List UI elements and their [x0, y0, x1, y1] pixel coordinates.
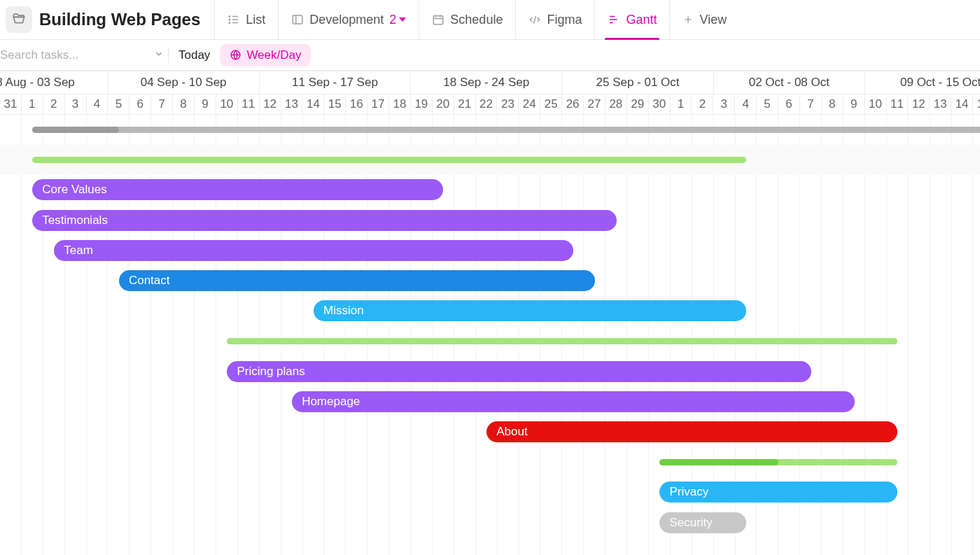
- tab-schedule[interactable]: Schedule: [419, 0, 515, 39]
- timeline-day: 15: [973, 94, 980, 114]
- tab-badge[interactable]: 2: [389, 13, 406, 27]
- timeline-day: 5: [757, 94, 778, 114]
- gantt-task-label: Privacy: [669, 485, 708, 499]
- gantt-task-label: Mission: [323, 304, 364, 318]
- list-icon: [227, 13, 240, 26]
- tab-list[interactable]: List: [214, 0, 278, 39]
- tab-badge-count: 2: [389, 13, 396, 27]
- gantt-group-bar[interactable]: [32, 127, 980, 133]
- timeline-day: 3: [713, 94, 735, 114]
- gantt-task-bar[interactable]: Privacy: [659, 482, 897, 503]
- chevron-down-icon[interactable]: [154, 48, 164, 62]
- timeline-day: 6: [778, 94, 800, 114]
- tab-add-view[interactable]: View: [669, 0, 739, 39]
- gantt-task-label: Core Values: [42, 183, 106, 197]
- view-tabs: List Development 2 Schedule Figma: [214, 0, 739, 39]
- gantt-task-label: Team: [64, 244, 93, 258]
- timeline-week: 09 Oct - 15 Oct: [865, 71, 980, 94]
- gantt-row: Contact: [0, 266, 980, 296]
- gantt-task-bar[interactable]: About: [486, 421, 897, 442]
- gantt-row: [0, 447, 980, 477]
- timeline-day: 23: [497, 94, 519, 114]
- gantt-icon: [608, 13, 620, 26]
- search-wrap: [0, 48, 158, 62]
- timeline-day: 2: [692, 94, 713, 114]
- tab-development[interactable]: Development 2: [278, 0, 419, 39]
- gantt-progress-fill: [32, 127, 119, 133]
- gantt-task-bar[interactable]: Team: [54, 240, 573, 261]
- timeline-day: 24: [519, 94, 540, 114]
- scale-icon: [230, 49, 241, 61]
- gantt-row: [0, 115, 980, 145]
- timeline-day: 15: [324, 94, 346, 114]
- gantt-task-bar[interactable]: Security: [659, 512, 746, 533]
- timeline-day: 14: [302, 94, 324, 114]
- page-title: Building Web Pages: [39, 10, 200, 29]
- timeline-day: 11: [887, 94, 909, 114]
- tab-label: Schedule: [450, 13, 503, 27]
- gantt-task-bar[interactable]: Homepage: [292, 391, 854, 412]
- gantt-group-bar[interactable]: [227, 338, 897, 344]
- gantt-row: Team: [0, 236, 980, 266]
- timeline-day: 8: [822, 94, 844, 114]
- timeline-day: 29: [627, 94, 649, 114]
- gantt-task-label: Homepage: [302, 395, 360, 409]
- gantt-task-bar[interactable]: Pricing plans: [227, 361, 811, 382]
- timeline-day: 30: [649, 94, 671, 114]
- gantt-row: [0, 145, 980, 175]
- tab-gantt[interactable]: Gantt: [594, 0, 669, 39]
- code-icon: [528, 13, 541, 26]
- timeline-day: 19: [411, 94, 433, 114]
- gantt-row: Mission: [0, 296, 980, 326]
- tab-label: Gantt: [626, 13, 657, 27]
- timeline-day: 18: [389, 94, 411, 114]
- gantt-row: About: [0, 417, 980, 447]
- timeline-week: 11 Sep - 17 Sep: [260, 71, 411, 94]
- timeline-day: 21: [454, 94, 476, 114]
- gantt-task-bar[interactable]: Contact: [119, 270, 595, 291]
- timeline-day: 7: [151, 94, 173, 114]
- separator: [168, 48, 169, 63]
- gantt-row: Homepage: [0, 387, 980, 417]
- gantt-task-bar[interactable]: Mission: [314, 300, 746, 321]
- plus-icon: [682, 14, 694, 25]
- tab-figma[interactable]: Figma: [515, 0, 594, 39]
- header: Building Web Pages List Development 2 Sc…: [0, 0, 980, 40]
- tab-label: View: [699, 13, 727, 27]
- timeline-day: 4: [87, 94, 108, 114]
- today-button[interactable]: Today: [178, 48, 210, 62]
- svg-rect-8: [434, 16, 444, 24]
- gantt-group-bar[interactable]: [32, 157, 746, 163]
- gantt-group-bar[interactable]: [659, 459, 897, 465]
- gantt-row: Security: [0, 508, 980, 538]
- scale-selector[interactable]: Week/Day: [220, 44, 311, 66]
- timeline-day: 10: [216, 94, 238, 114]
- gantt-body[interactable]: TodayCore ValuesTestimonialsTeamContactM…: [0, 115, 980, 555]
- timeline-week: 25 Sep - 01 Oct: [562, 71, 713, 94]
- timeline-day: 22: [476, 94, 498, 114]
- timeline-day: 6: [130, 94, 151, 114]
- timeline-day: 28: [606, 94, 627, 114]
- folder-button[interactable]: [6, 6, 32, 33]
- svg-line-12: [534, 16, 536, 24]
- svg-point-0: [230, 16, 231, 17]
- timeline-day: 27: [584, 94, 606, 114]
- gantt-task-bar[interactable]: Core Values: [32, 179, 443, 200]
- gantt-view: 28 Aug - 03 Sep04 Sep - 10 Sep11 Sep - 1…: [0, 71, 980, 555]
- timeline-day: 13: [930, 94, 951, 114]
- board-icon: [291, 13, 304, 26]
- timeline-day: 5: [108, 94, 130, 114]
- search-input[interactable]: [0, 48, 148, 62]
- gantt-task-label: Pricing plans: [237, 365, 304, 379]
- svg-point-1: [230, 19, 231, 20]
- timeline-day: 2: [43, 94, 65, 114]
- gantt-task-bar[interactable]: Testimonials: [32, 210, 616, 231]
- timeline-day: 16: [346, 94, 368, 114]
- gantt-progress-fill: [659, 459, 778, 465]
- timeline-day: 3: [65, 94, 87, 114]
- timeline-day: 12: [260, 94, 281, 114]
- tab-label: Figma: [547, 13, 582, 27]
- gantt-task-label: About: [496, 425, 527, 439]
- timeline-day: 4: [735, 94, 757, 114]
- timeline-day: 20: [433, 94, 454, 114]
